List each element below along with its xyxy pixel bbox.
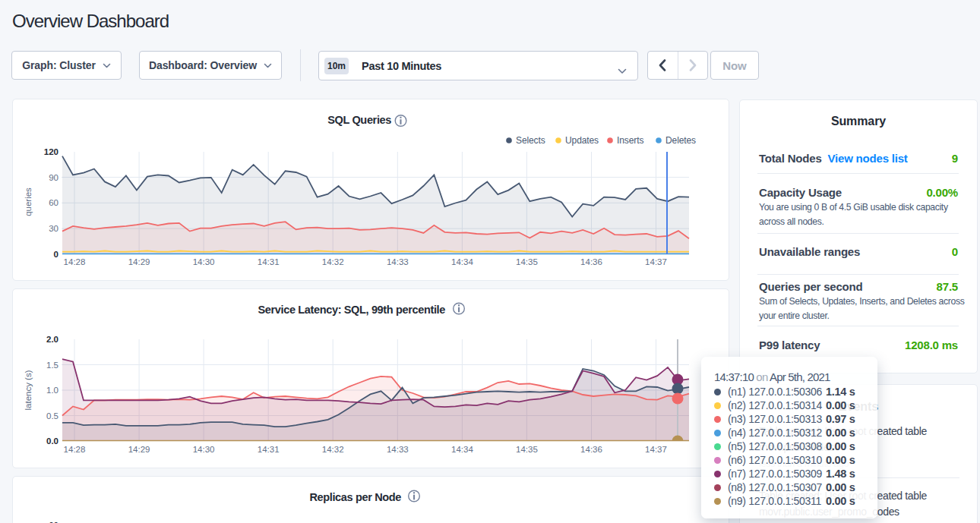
svg-text:Updates: Updates xyxy=(565,135,599,146)
svg-text:14:32: 14:32 xyxy=(322,445,344,454)
svg-text:14:29: 14:29 xyxy=(128,445,150,454)
svg-text:SQL Queries: SQL Queries xyxy=(327,114,391,126)
svg-text:Inserts: Inserts xyxy=(617,135,643,146)
svg-text:14:29: 14:29 xyxy=(128,257,150,266)
svg-text:14:30: 14:30 xyxy=(193,257,215,266)
svg-text:Deletes: Deletes xyxy=(665,135,696,146)
svg-text:2.0: 2.0 xyxy=(46,335,58,344)
svg-text:14:30: 14:30 xyxy=(193,445,215,454)
svg-text:120: 120 xyxy=(44,147,58,156)
svg-text:14:34: 14:34 xyxy=(451,257,473,266)
svg-text:0.5: 0.5 xyxy=(46,411,58,421)
svg-text:14:31: 14:31 xyxy=(258,445,280,454)
svg-text:14:34: 14:34 xyxy=(451,445,473,454)
svg-text:14:31: 14:31 xyxy=(258,257,280,266)
svg-text:14:36: 14:36 xyxy=(580,257,602,266)
svg-text:14:35: 14:35 xyxy=(516,445,538,454)
svg-text:Service Latency: SQL, 99th per: Service Latency: SQL, 99th percentile xyxy=(258,304,445,316)
svg-text:14:37: 14:37 xyxy=(645,257,667,266)
svg-text:14:36: 14:36 xyxy=(580,445,602,454)
svg-text:14:33: 14:33 xyxy=(387,257,409,266)
svg-text:latency (s): latency (s) xyxy=(24,370,33,410)
svg-text:Replicas per Node: Replicas per Node xyxy=(309,491,401,503)
svg-text:14:33: 14:33 xyxy=(387,445,409,454)
svg-text:0.0: 0.0 xyxy=(46,436,58,446)
svg-text:14:28: 14:28 xyxy=(64,445,86,454)
svg-text:1.0: 1.0 xyxy=(46,386,58,395)
svg-text:queries: queries xyxy=(24,187,33,216)
svg-text:Selects: Selects xyxy=(516,135,545,146)
svg-text:1.5: 1.5 xyxy=(46,361,58,370)
svg-text:0: 0 xyxy=(54,250,58,259)
svg-text:14:37: 14:37 xyxy=(645,445,667,454)
svg-text:60: 60 xyxy=(49,198,58,207)
svg-text:30: 30 xyxy=(49,224,58,233)
svg-text:14:28: 14:28 xyxy=(64,257,86,266)
svg-text:14:32: 14:32 xyxy=(322,257,344,266)
svg-text:90: 90 xyxy=(49,173,58,182)
svg-text:14:35: 14:35 xyxy=(516,257,538,266)
